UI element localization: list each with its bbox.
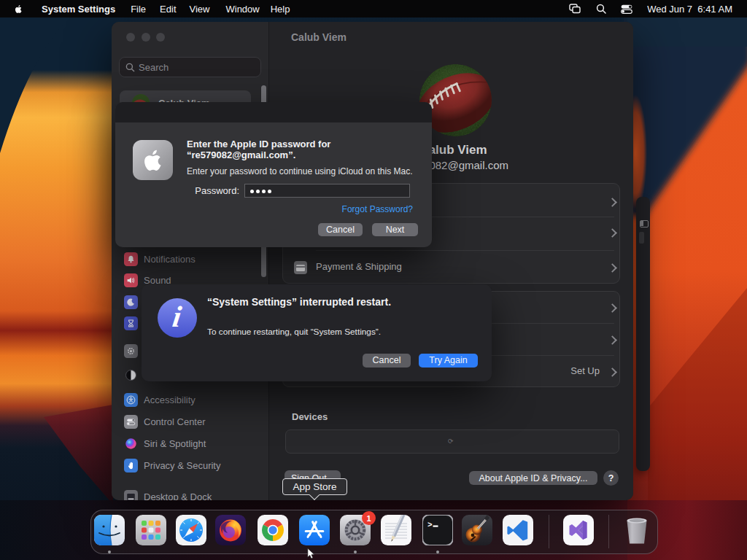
svg-text:>: >: [427, 521, 433, 529]
